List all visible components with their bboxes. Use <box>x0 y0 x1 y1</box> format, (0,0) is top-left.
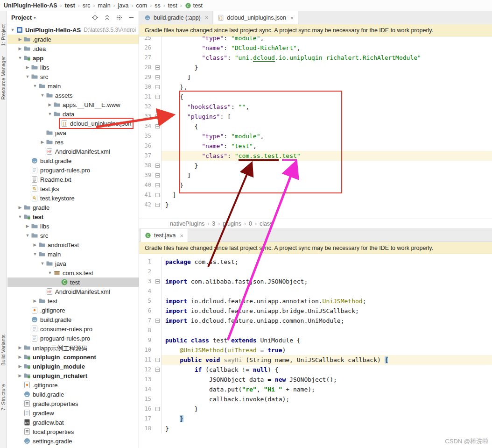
tree-item-androidmanifest-xml[interactable]: MFAndroidManifest.xml <box>7 147 139 156</box>
expanded-arrow-icon[interactable]: ▼ <box>39 261 46 266</box>
fold-marker-icon[interactable] <box>154 365 162 375</box>
tree-item-gradlew-bat[interactable]: BATgradlew.bat <box>7 418 139 427</box>
code-line-42[interactable]: 42} <box>139 200 492 210</box>
tree-item-assets[interactable]: ▼assets <box>7 91 139 100</box>
tree-item-libs[interactable]: ▶libs <box>7 221 139 231</box>
code-line-36[interactable]: 36 "name": "test", <box>139 141 492 151</box>
code-line-7[interactable]: 7import io.dcloud.feature.uniapp.common.… <box>139 316 492 326</box>
breadcrumb-item-java[interactable]: java <box>118 2 129 9</box>
tree-item-test[interactable]: ▼test <box>7 212 139 221</box>
code-line-35[interactable]: 35 "type": "module", <box>139 131 492 141</box>
code-line-10[interactable]: 10 @UniJSMethod(uiThread = true) <box>139 345 492 355</box>
fold-marker-icon[interactable] <box>154 190 162 200</box>
fold-marker-icon[interactable] <box>154 404 162 414</box>
tree-item-app[interactable]: ▼app <box>7 53 139 63</box>
editor-tab-build-gradle-app[interactable]: build.gradle (:app)× <box>140 11 213 24</box>
collapsed-arrow-icon[interactable]: ▶ <box>32 242 38 247</box>
fold-marker-icon[interactable] <box>154 72 162 82</box>
code-line-2[interactable]: 2 <box>139 267 492 277</box>
code-line-17[interactable]: 17 } <box>139 414 492 424</box>
code-line-12[interactable]: 12 if (callback != null) { <box>139 365 492 375</box>
collapse-all-icon[interactable] <box>104 14 111 21</box>
code-line-9[interactable]: 9public class test extends UniModule { <box>139 335 492 345</box>
expanded-arrow-icon[interactable]: ▼ <box>17 56 23 60</box>
code-line-34[interactable]: 34 { <box>139 121 492 131</box>
tree-item-gradlew[interactable]: gradlew <box>7 408 139 418</box>
code-line-18[interactable]: 18} <box>139 424 492 434</box>
breadcrumb-item-ss[interactable]: ss <box>155 2 161 9</box>
code-line-26[interactable]: 26 "name": "DCloud-RichAlert", <box>139 43 492 53</box>
code-line-33[interactable]: 33 "plugins": [ <box>139 112 492 121</box>
tree-item-androidtest[interactable]: ▶androidTest <box>7 240 139 249</box>
fold-marker-icon[interactable] <box>154 180 162 190</box>
close-icon[interactable]: × <box>205 14 209 21</box>
tree-item-gradle[interactable]: ▶.gradle <box>7 35 139 44</box>
tree-item-uniplugin-module[interactable]: ▶uniplugin_module <box>7 362 139 371</box>
tree-item-uniplugin-hello-as[interactable]: ▼UniPlugin-Hello-ASD:\latest\3.5.3\Andro… <box>7 25 139 35</box>
tree-item-uniapp[interactable]: ▶uniapp示例工程源码 <box>7 343 139 352</box>
fold-marker-icon[interactable] <box>154 112 162 121</box>
code-line-39[interactable]: 39 ] <box>139 171 492 180</box>
tree-item-test-keystore[interactable]: test.keystore <box>7 193 139 203</box>
fold-marker-icon[interactable] <box>154 82 162 92</box>
code-line-1[interactable]: 1package com.ss.test; <box>139 257 492 267</box>
breadcrumb-item-test[interactable]: test <box>65 2 75 9</box>
path-breadcrumb-item-0[interactable]: 0 <box>249 220 252 227</box>
breadcrumb-item-main[interactable]: main <box>98 2 110 9</box>
tree-item-gitignore[interactable]: .gitignore <box>7 306 139 315</box>
tree-item-gitignore[interactable]: .gitignore <box>7 380 139 390</box>
tree-item-com-ss-test[interactable]: ▼com.ss.test <box>7 268 139 277</box>
code-line-37[interactable]: 37 "class": "com.ss.test.test" <box>139 151 492 161</box>
tree-item-uniplugin-richalert[interactable]: ▶uniplugin_richalert <box>7 371 139 380</box>
code-line-31[interactable]: 31 { <box>139 92 492 102</box>
breadcrumb-item-com[interactable]: com <box>136 2 148 9</box>
expanded-arrow-icon[interactable]: ▼ <box>17 214 23 219</box>
tool-button-structure[interactable]: 7: Structure <box>0 384 7 411</box>
collapsed-arrow-icon[interactable]: ▶ <box>32 299 38 303</box>
locate-icon[interactable] <box>91 14 98 21</box>
tree-item-test[interactable]: Ctest <box>7 277 139 287</box>
tree-item-proguard-rules-pro[interactable]: proguard-rules.pro <box>7 334 139 343</box>
expanded-arrow-icon[interactable]: ▼ <box>32 84 38 88</box>
collapsed-arrow-icon[interactable]: ▶ <box>17 355 23 359</box>
tree-item-build-gradle[interactable]: build.gradle <box>7 315 139 324</box>
code-line-40[interactable]: 40 } <box>139 180 492 190</box>
code-line-28[interactable]: 28 } <box>139 63 492 72</box>
breadcrumb-item-test[interactable]: test <box>168 2 177 9</box>
collapsed-arrow-icon[interactable]: ▶ <box>17 345 23 350</box>
fold-marker-icon[interactable] <box>154 355 162 365</box>
tree-item-uniplugin-component[interactable]: ▶uniplugin_component <box>7 352 139 362</box>
close-icon[interactable]: × <box>180 232 184 239</box>
code-line-29[interactable]: 29 ] <box>139 72 492 82</box>
code-line-3[interactable]: 3import com.alibaba.fastjson.JSONObject; <box>139 277 492 286</box>
expanded-arrow-icon[interactable]: ▼ <box>47 270 53 275</box>
code-line-25[interactable]: 25 "type": "module", <box>139 36 492 43</box>
expanded-arrow-icon[interactable]: ▼ <box>39 93 46 98</box>
collapsed-arrow-icon[interactable]: ▶ <box>24 65 31 70</box>
tree-item-gradle-properties[interactable]: gradle.properties <box>7 399 139 408</box>
path-breadcrumb-item-plugins[interactable]: plugins <box>223 220 241 227</box>
code-line-38[interactable]: 38 } <box>139 161 492 171</box>
collapsed-arrow-icon[interactable]: ▶ <box>47 102 53 107</box>
tree-item-consumer-rules-pro[interactable]: consumer-rules.pro <box>7 324 139 334</box>
collapsed-arrow-icon[interactable]: ▶ <box>17 46 23 51</box>
fold-marker-icon[interactable] <box>154 121 162 131</box>
expanded-arrow-icon[interactable]: ▼ <box>24 74 31 79</box>
collapsed-arrow-icon[interactable]: ▶ <box>17 373 23 378</box>
tree-item-build-gradle[interactable]: build.gradle <box>7 156 139 165</box>
hide-panel-icon[interactable] <box>128 14 135 21</box>
tool-button-project[interactable]: 1: Project <box>0 24 7 46</box>
chevron-down-icon[interactable]: ▾ <box>34 15 36 20</box>
tree-item-src[interactable]: ▼src <box>7 231 139 240</box>
tree-item-proguard-rules-pro[interactable]: proguard-rules.pro <box>7 165 139 175</box>
code-line-8[interactable]: 8 <box>139 326 492 335</box>
fold-marker-icon[interactable] <box>154 171 162 180</box>
code-line-30[interactable]: 30 }, <box>139 82 492 92</box>
tree-item-readme-txt[interactable]: Readme.txt <box>7 175 139 184</box>
fold-marker-icon[interactable] <box>154 316 162 326</box>
tree-item-java[interactable]: java <box>7 128 139 137</box>
code-line-13[interactable]: 13 JSONObject data = new JSONObject(); <box>139 375 492 384</box>
tree-item-data[interactable]: ▼data <box>7 109 139 119</box>
collapsed-arrow-icon[interactable]: ▶ <box>39 140 46 144</box>
fold-marker-icon[interactable] <box>154 63 162 72</box>
